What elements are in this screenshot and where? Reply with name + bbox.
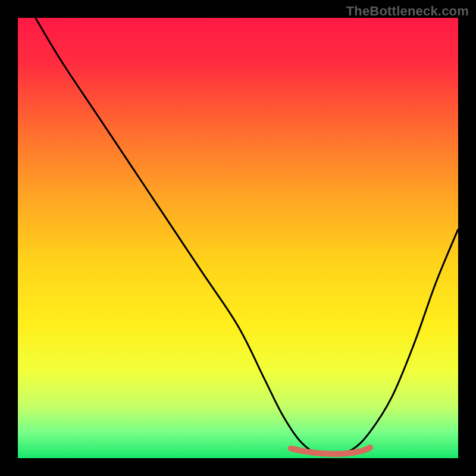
watermark-text: TheBottleneck.com bbox=[346, 4, 469, 19]
bottleneck-chart bbox=[0, 0, 476, 476]
plot-area bbox=[18, 18, 458, 458]
